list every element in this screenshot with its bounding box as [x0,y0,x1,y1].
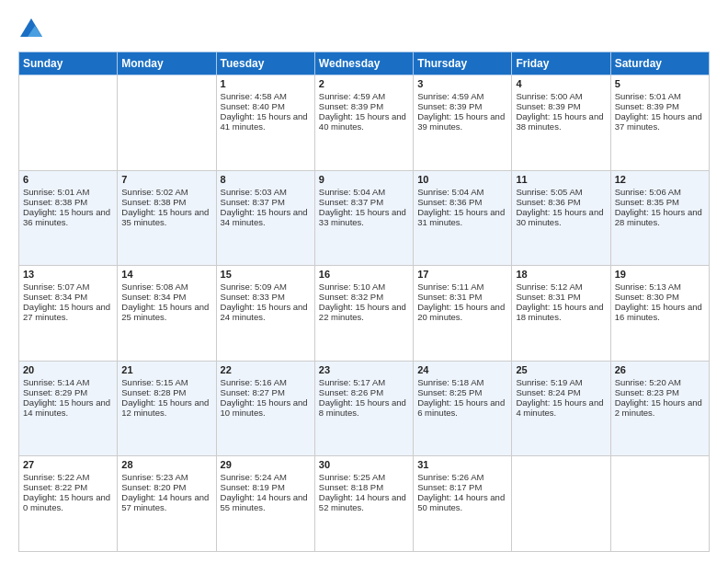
calendar-cell: 12Sunrise: 5:06 AMSunset: 8:35 PMDayligh… [610,170,709,266]
day-number: 23 [319,364,409,375]
day-number: 25 [516,364,606,375]
calendar-cell: 4Sunrise: 5:00 AMSunset: 8:39 PMDaylight… [512,75,610,171]
daylight-text: Daylight: 15 hours and 25 minutes. [121,302,211,322]
calendar-cell: 25Sunrise: 5:19 AMSunset: 8:24 PMDayligh… [512,361,610,456]
sunset-text: Sunset: 8:18 PM [319,482,409,492]
daylight-text: Daylight: 15 hours and 16 minutes. [615,302,705,322]
sunrise-text: Sunrise: 5:05 AM [516,187,606,197]
sunset-text: Sunset: 8:35 PM [615,197,705,207]
day-number: 30 [319,459,409,470]
calendar-cell: 22Sunrise: 5:16 AMSunset: 8:27 PMDayligh… [216,361,314,456]
week-row-3: 20Sunrise: 5:14 AMSunset: 8:29 PMDayligh… [19,361,710,456]
sunset-text: Sunset: 8:28 PM [121,387,211,397]
calendar-cell: 1Sunrise: 4:58 AMSunset: 8:40 PMDaylight… [216,75,314,171]
sunset-text: Sunset: 8:40 PM [221,101,311,111]
day-number: 19 [615,269,705,280]
calendar-cell: 11Sunrise: 5:05 AMSunset: 8:36 PMDayligh… [512,170,610,266]
daylight-text: Daylight: 15 hours and 38 minutes. [516,111,606,132]
sunrise-text: Sunrise: 5:16 AM [221,377,311,387]
sunset-text: Sunset: 8:39 PM [319,101,409,111]
sunset-text: Sunset: 8:33 PM [221,292,311,302]
sunrise-text: Sunrise: 5:20 AM [615,377,705,387]
week-row-4: 27Sunrise: 5:22 AMSunset: 8:22 PMDayligh… [19,456,710,552]
sunset-text: Sunset: 8:26 PM [319,387,409,397]
day-number: 14 [121,269,211,280]
day-number: 7 [121,174,211,185]
day-number: 8 [221,174,311,185]
sunrise-text: Sunrise: 5:22 AM [23,472,113,482]
daylight-text: Daylight: 15 hours and 39 minutes. [417,111,507,132]
sunset-text: Sunset: 8:34 PM [23,292,113,302]
daylight-text: Daylight: 15 hours and 33 minutes. [319,207,409,227]
calendar-cell [118,75,216,171]
daylight-text: Daylight: 15 hours and 6 minutes. [417,397,507,418]
sunrise-text: Sunrise: 5:18 AM [417,377,507,387]
daylight-text: Daylight: 15 hours and 10 minutes. [221,397,311,418]
weekday-header-friday: Friday [512,52,610,75]
sunset-text: Sunset: 8:22 PM [23,482,113,492]
sunset-text: Sunset: 8:29 PM [23,387,113,397]
sunset-text: Sunset: 8:38 PM [23,197,113,207]
daylight-text: Daylight: 15 hours and 4 minutes. [516,397,606,418]
calendar-cell: 9Sunrise: 5:04 AMSunset: 8:37 PMDaylight… [314,170,413,266]
sunset-text: Sunset: 8:27 PM [221,387,311,397]
logo-icon [18,17,44,42]
calendar-cell: 30Sunrise: 5:25 AMSunset: 8:18 PMDayligh… [314,456,413,552]
sunrise-text: Sunrise: 5:26 AM [417,472,507,482]
sunset-text: Sunset: 8:36 PM [417,197,507,207]
sunrise-text: Sunrise: 4:59 AM [417,91,507,101]
day-number: 13 [23,269,113,280]
day-number: 11 [516,174,606,185]
day-number: 28 [121,459,211,470]
calendar-cell: 21Sunrise: 5:15 AMSunset: 8:28 PMDayligh… [118,361,216,456]
weekday-header-tuesday: Tuesday [216,52,314,75]
day-number: 26 [615,364,705,375]
daylight-text: Daylight: 15 hours and 0 minutes. [23,492,113,512]
daylight-text: Daylight: 15 hours and 14 minutes. [23,397,113,418]
calendar-cell: 8Sunrise: 5:03 AMSunset: 8:37 PMDaylight… [216,170,314,266]
daylight-text: Daylight: 15 hours and 41 minutes. [221,111,311,132]
day-number: 6 [23,174,113,185]
week-row-0: 1Sunrise: 4:58 AMSunset: 8:40 PMDaylight… [19,75,710,171]
sunset-text: Sunset: 8:39 PM [417,101,507,111]
sunrise-text: Sunrise: 5:03 AM [221,187,311,197]
sunrise-text: Sunrise: 5:06 AM [615,187,705,197]
daylight-text: Daylight: 15 hours and 36 minutes. [23,207,113,227]
calendar-body: 1Sunrise: 4:58 AMSunset: 8:40 PMDaylight… [19,75,710,552]
day-number: 29 [221,459,311,470]
day-number: 3 [417,78,507,89]
sunrise-text: Sunrise: 5:01 AM [615,91,705,101]
logo [18,17,48,42]
calendar-cell: 27Sunrise: 5:22 AMSunset: 8:22 PMDayligh… [19,456,118,552]
calendar-cell: 17Sunrise: 5:11 AMSunset: 8:31 PMDayligh… [414,266,512,362]
sunset-text: Sunset: 8:32 PM [319,292,409,302]
sunset-text: Sunset: 8:23 PM [615,387,705,397]
daylight-text: Daylight: 15 hours and 35 minutes. [121,207,211,227]
sunrise-text: Sunrise: 5:23 AM [121,472,211,482]
calendar-cell: 23Sunrise: 5:17 AMSunset: 8:26 PMDayligh… [314,361,413,456]
calendar-cell: 3Sunrise: 4:59 AMSunset: 8:39 PMDaylight… [414,75,512,171]
sunrise-text: Sunrise: 5:04 AM [319,187,409,197]
weekday-header-sunday: Sunday [19,52,118,75]
daylight-text: Daylight: 15 hours and 8 minutes. [319,397,409,418]
sunrise-text: Sunrise: 5:19 AM [516,377,606,387]
sunset-text: Sunset: 8:19 PM [221,482,311,492]
sunrise-text: Sunrise: 4:59 AM [319,91,409,101]
day-number: 17 [417,269,507,280]
sunrise-text: Sunrise: 5:25 AM [319,472,409,482]
daylight-text: Daylight: 14 hours and 52 minutes. [319,492,409,512]
calendar-cell: 19Sunrise: 5:13 AMSunset: 8:30 PMDayligh… [610,266,709,362]
sunset-text: Sunset: 8:30 PM [615,292,705,302]
sunrise-text: Sunrise: 5:01 AM [23,187,113,197]
daylight-text: Daylight: 15 hours and 27 minutes. [23,302,113,322]
calendar-cell: 16Sunrise: 5:10 AMSunset: 8:32 PMDayligh… [314,266,413,362]
sunrise-text: Sunrise: 5:13 AM [615,282,705,292]
calendar-cell: 6Sunrise: 5:01 AMSunset: 8:38 PMDaylight… [19,170,118,266]
sunrise-text: Sunrise: 5:24 AM [221,472,311,482]
calendar-cell [610,456,709,552]
sunset-text: Sunset: 8:37 PM [319,197,409,207]
daylight-text: Daylight: 15 hours and 18 minutes. [516,302,606,322]
weekday-header-wednesday: Wednesday [314,52,413,75]
sunset-text: Sunset: 8:20 PM [121,482,211,492]
daylight-text: Daylight: 15 hours and 24 minutes. [221,302,311,322]
